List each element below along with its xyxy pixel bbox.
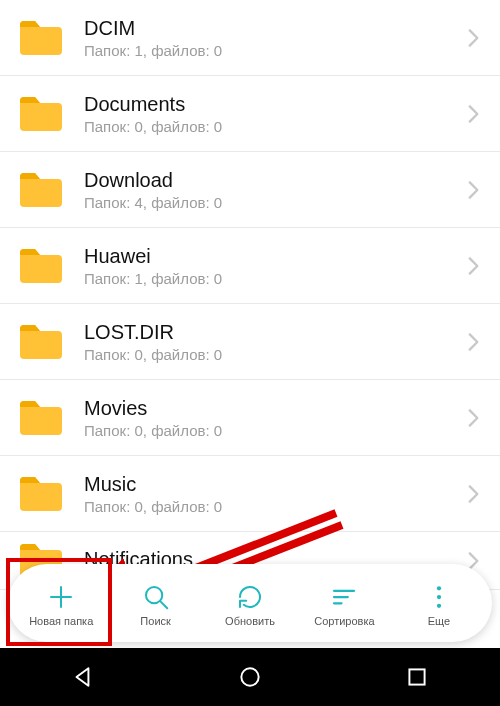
chevron-right-icon xyxy=(460,177,486,203)
folder-text: DownloadПапок: 4, файлов: 0 xyxy=(84,169,460,211)
folder-row[interactable]: LOST.DIRПапок: 0, файлов: 0 xyxy=(0,304,500,380)
triangle-back-icon xyxy=(70,664,96,690)
folder-text: DCIMПапок: 1, файлов: 0 xyxy=(84,17,460,59)
folder-name: LOST.DIR xyxy=(84,321,460,343)
folder-icon xyxy=(18,323,62,361)
search-button[interactable]: Поиск xyxy=(108,582,202,627)
more-button[interactable]: Еще xyxy=(392,582,486,627)
folder-subtitle: Папок: 0, файлов: 0 xyxy=(84,346,460,363)
back-button[interactable] xyxy=(43,648,123,706)
folder-icon xyxy=(18,399,62,437)
chevron-right-icon xyxy=(460,101,486,127)
folder-name: DCIM xyxy=(84,17,460,39)
folder-name: Music xyxy=(84,473,460,495)
chevron-right-icon xyxy=(460,481,486,507)
folder-subtitle: Папок: 1, файлов: 0 xyxy=(84,270,460,287)
svg-rect-11 xyxy=(409,669,424,684)
svg-point-8 xyxy=(437,594,441,598)
folder-icon xyxy=(18,95,62,133)
folder-row[interactable]: MoviesПапок: 0, файлов: 0 xyxy=(0,380,500,456)
folder-text: DocumentsПапок: 0, файлов: 0 xyxy=(84,93,460,135)
folder-name: Download xyxy=(84,169,460,191)
refresh-label: Обновить xyxy=(225,615,275,627)
home-button[interactable] xyxy=(210,648,290,706)
folder-text: MoviesПапок: 0, файлов: 0 xyxy=(84,397,460,439)
svg-point-10 xyxy=(241,668,258,685)
folder-row[interactable]: MusicПапок: 0, файлов: 0 xyxy=(0,456,500,532)
more-label: Еще xyxy=(428,615,450,627)
action-bar: Новая папка Поиск Обновить Сортировка Ещ… xyxy=(8,564,492,642)
folder-icon xyxy=(18,475,62,513)
svg-point-9 xyxy=(437,603,441,607)
sort-label: Сортировка xyxy=(314,615,374,627)
chevron-right-icon xyxy=(460,405,486,431)
folder-name: Movies xyxy=(84,397,460,419)
refresh-button[interactable]: Обновить xyxy=(203,582,297,627)
svg-point-7 xyxy=(437,586,441,590)
folder-name: Huawei xyxy=(84,245,460,267)
chevron-right-icon xyxy=(460,253,486,279)
folder-subtitle: Папок: 1, файлов: 0 xyxy=(84,42,460,59)
folder-icon xyxy=(18,247,62,285)
recents-button[interactable] xyxy=(377,648,457,706)
search-icon xyxy=(141,582,171,612)
folder-row[interactable]: DownloadПапок: 4, файлов: 0 xyxy=(0,152,500,228)
dots-vertical-icon xyxy=(424,582,454,612)
folder-subtitle: Папок: 0, файлов: 0 xyxy=(84,422,460,439)
folder-text: LOST.DIRПапок: 0, файлов: 0 xyxy=(84,321,460,363)
folder-text: MusicПапок: 0, файлов: 0 xyxy=(84,473,460,515)
folder-icon xyxy=(18,19,62,57)
new-folder-button[interactable]: Новая папка xyxy=(14,582,108,627)
folder-row[interactable]: HuaweiПапок: 1, файлов: 0 xyxy=(0,228,500,304)
folder-subtitle: Папок: 0, файлов: 0 xyxy=(84,118,460,135)
chevron-right-icon xyxy=(460,329,486,355)
folder-text: HuaweiПапок: 1, файлов: 0 xyxy=(84,245,460,287)
folder-row[interactable]: DCIMПапок: 1, файлов: 0 xyxy=(0,0,500,76)
svg-line-3 xyxy=(160,601,167,608)
sort-button[interactable]: Сортировка xyxy=(297,582,391,627)
plus-icon xyxy=(46,582,76,612)
file-list: DCIMПапок: 1, файлов: 0DocumentsПапок: 0… xyxy=(0,0,500,648)
search-label: Поиск xyxy=(140,615,170,627)
folder-row[interactable]: DocumentsПапок: 0, файлов: 0 xyxy=(0,76,500,152)
folder-subtitle: Папок: 0, файлов: 0 xyxy=(84,498,460,515)
refresh-icon xyxy=(235,582,265,612)
new-folder-label: Новая папка xyxy=(29,615,93,627)
square-recents-icon xyxy=(404,664,430,690)
chevron-right-icon xyxy=(460,25,486,51)
circle-home-icon xyxy=(237,664,263,690)
sort-icon xyxy=(329,582,359,612)
system-navbar xyxy=(0,648,500,706)
folder-subtitle: Папок: 4, файлов: 0 xyxy=(84,194,460,211)
folder-name: Documents xyxy=(84,93,460,115)
folder-icon xyxy=(18,171,62,209)
